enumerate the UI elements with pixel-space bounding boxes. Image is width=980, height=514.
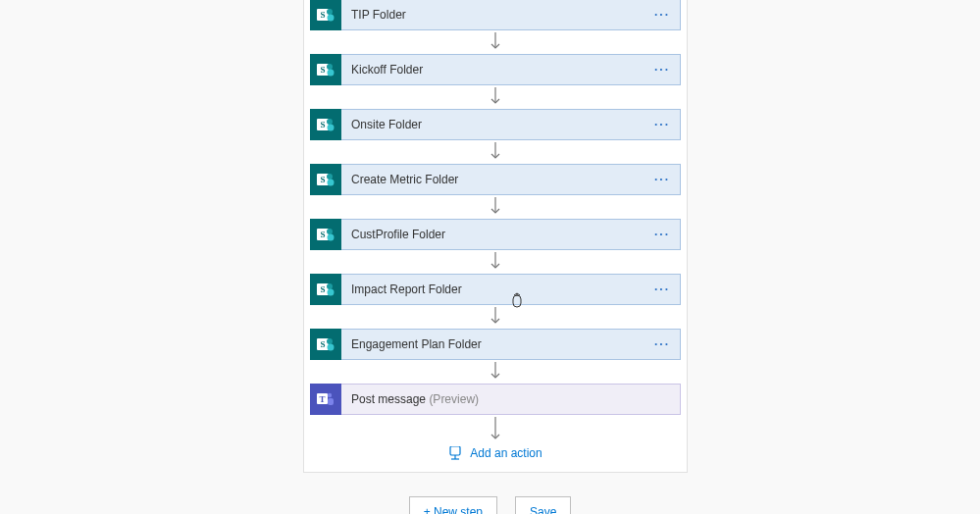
- flow-step-label: Engagement Plan Folder: [341, 337, 645, 351]
- flow-step-label: Kickoff Folder: [341, 63, 645, 77]
- step-menu-button[interactable]: ···: [645, 219, 680, 250]
- save-button[interactable]: Save: [515, 496, 571, 514]
- flow-step[interactable]: T Post message (Preview): [310, 384, 681, 415]
- step-menu-button[interactable]: ···: [645, 54, 680, 85]
- svg-point-23: [328, 234, 335, 241]
- svg-point-2: [327, 9, 333, 15]
- flow-step-label: Create Metric Folder: [341, 173, 645, 186]
- svg-point-13: [328, 125, 335, 131]
- flow-step[interactable]: S Onsite Folder ···: [310, 109, 681, 140]
- sharepoint-icon: S: [310, 0, 341, 30]
- svg-text:S: S: [320, 339, 325, 349]
- flow-step[interactable]: S Kickoff Folder ···: [310, 54, 681, 85]
- svg-text:S: S: [320, 120, 325, 129]
- flow-arrow: [310, 87, 681, 107]
- svg-text:S: S: [320, 65, 325, 75]
- sharepoint-icon: S: [310, 329, 341, 360]
- flow-step[interactable]: S Impact Report Folder ···: [310, 274, 681, 305]
- svg-point-7: [327, 64, 333, 70]
- flow-step-label: Post message (Preview): [341, 392, 680, 406]
- flow-arrow: [310, 252, 681, 272]
- new-step-button[interactable]: + New step: [409, 496, 497, 514]
- svg-point-28: [328, 289, 335, 296]
- svg-point-27: [327, 283, 333, 289]
- teams-icon: T: [310, 384, 341, 415]
- flow-step[interactable]: S TIP Folder ···: [310, 0, 681, 30]
- flow-step-label: CustProfile Folder: [341, 228, 645, 241]
- flow-arrow: [310, 142, 681, 162]
- flow-step[interactable]: S Engagement Plan Folder ···: [310, 329, 681, 360]
- flow-arrow: [310, 32, 681, 52]
- step-menu-button[interactable]: ···: [645, 329, 680, 360]
- svg-text:T: T: [319, 394, 325, 404]
- step-menu-button[interactable]: ···: [645, 274, 680, 305]
- svg-point-18: [328, 180, 335, 186]
- add-action-button[interactable]: Add an action: [310, 446, 681, 460]
- step-menu-button[interactable]: ···: [645, 0, 680, 30]
- flow-step-label: Impact Report Folder: [341, 283, 645, 296]
- footer-buttons: + New step Save: [0, 496, 980, 514]
- flow-step[interactable]: S CustProfile Folder ···: [310, 219, 681, 250]
- sharepoint-icon: S: [310, 219, 341, 250]
- flow-arrow: [310, 417, 681, 442]
- svg-point-32: [327, 338, 333, 344]
- flow-canvas: S TIP Folder ··· S Kickoff Folder ··· S …: [303, 0, 688, 473]
- step-menu-button[interactable]: ···: [645, 164, 680, 195]
- sharepoint-icon: S: [310, 54, 341, 85]
- svg-point-8: [328, 70, 335, 77]
- sharepoint-icon: S: [310, 274, 341, 305]
- flow-arrow: [310, 307, 681, 327]
- svg-point-17: [327, 174, 333, 180]
- svg-point-33: [328, 344, 335, 351]
- step-menu-button[interactable]: ···: [645, 109, 680, 140]
- flow-arrow: [310, 362, 681, 382]
- sharepoint-icon: S: [310, 164, 341, 195]
- svg-point-22: [327, 229, 333, 234]
- flow-step-label: Onsite Folder: [341, 118, 645, 131]
- svg-text:S: S: [320, 230, 325, 239]
- sharepoint-icon: S: [310, 109, 341, 140]
- svg-rect-38: [328, 398, 334, 405]
- svg-point-12: [327, 119, 333, 125]
- add-action-icon: [448, 446, 462, 460]
- flow-step-label: TIP Folder: [341, 8, 645, 22]
- svg-text:S: S: [320, 175, 325, 184]
- flow-arrow: [310, 197, 681, 217]
- svg-text:S: S: [320, 10, 325, 20]
- svg-point-37: [328, 393, 332, 397]
- svg-text:S: S: [320, 284, 325, 294]
- svg-point-3: [328, 15, 335, 22]
- flow-step[interactable]: S Create Metric Folder ···: [310, 164, 681, 195]
- svg-rect-40: [450, 446, 460, 455]
- add-action-label: Add an action: [470, 446, 542, 460]
